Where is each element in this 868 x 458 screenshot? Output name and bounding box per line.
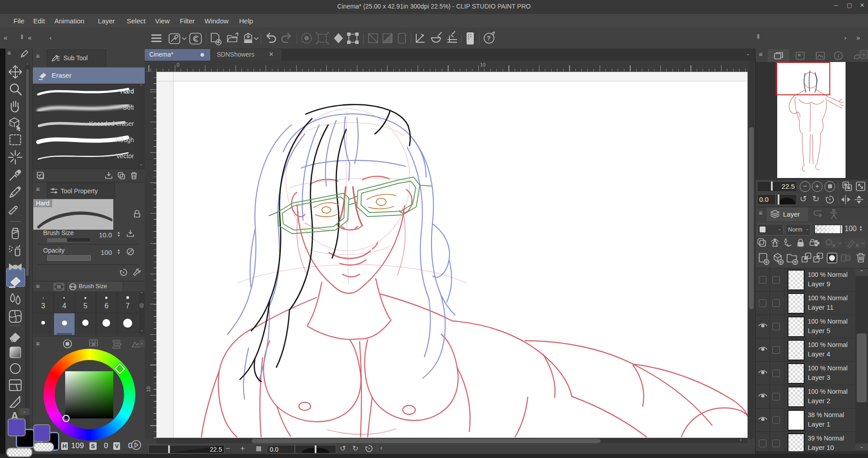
eye-icon[interactable] [758,322,768,330]
status-zoom-slider[interactable]: 22.5 [148,445,224,454]
layer-checkbox[interactable] [772,369,780,377]
brush-size-preset-icon[interactable] [126,229,135,238]
tool-strip-scrollbar[interactable] [25,63,30,449]
canvas-hscrollbar[interactable]: › [156,438,748,444]
settings-wrench-icon[interactable] [132,267,142,277]
color-mixer-icon[interactable] [130,439,142,451]
layer-row-2[interactable]: 100 % Normal Layer 2 [756,385,855,409]
brush-size-panel-menu-icon[interactable]: ≡ [36,283,40,290]
hand-tool-icon[interactable] [11,101,18,112]
minimize-button[interactable]: – [831,1,841,9]
animation-cels-tab-icon[interactable] [53,282,65,291]
layer-palette-option[interactable]: ⌄ [757,224,783,236]
collapse-panel-icon[interactable]: « [28,34,31,41]
eye-icon[interactable] [758,345,768,353]
tablet-mode-icon[interactable] [467,32,474,44]
navigator-zoom-box[interactable]: 22.5 [757,181,797,192]
close-button[interactable]: ✕ [857,2,868,9]
tool-strip-more-icon[interactable]: ⌄ [19,408,30,415]
layer-name[interactable]: Layer 3 [808,374,830,381]
color-set-tab-icon[interactable] [88,338,99,349]
status-rotation-slider[interactable] [295,445,336,454]
canvas-tab-sdnshowers[interactable]: SDNShowers ✕ [211,49,281,61]
navigator-menu-icon[interactable]: ≡ [759,51,762,58]
eye-icon[interactable] [758,369,768,377]
main-color-swatch[interactable] [8,418,26,436]
navigator-preview-area[interactable] [756,62,868,180]
layer-name[interactable]: Layer 10 [808,444,834,451]
brush-size-cell-7[interactable]: 7 [117,291,138,313]
layer-checkbox[interactable] [772,299,780,307]
layer-opacity-value[interactable]: 100 [845,225,857,233]
brush-size-cell-14[interactable] [96,313,117,335]
brush-size-cell-3[interactable]: 3 [33,291,53,313]
color-panel-main-swatch[interactable] [33,424,50,442]
s-value[interactable]: 0 [104,441,108,450]
delete-subtool-icon[interactable] [129,171,139,181]
brush-size-cell-5[interactable]: 5 [75,291,96,313]
open-file-icon[interactable] [227,33,238,42]
brush-grid-scrollbar[interactable]: ⌃ ⌄ [138,291,145,335]
pencil-tool-icon[interactable] [9,206,17,214]
layer-row-11[interactable]: 100 % Normal Layer 11 [756,292,855,315]
rotate-ccw-icon[interactable]: ↺ [340,444,346,453]
tool-strip-menu-icon[interactable]: ≡ [7,49,11,57]
opacity-value[interactable]: 100 [101,249,112,256]
new-vector-layer-icon[interactable] [774,253,783,265]
draft-layer-icon[interactable] [785,239,791,246]
eyedropper-tool-icon[interactable] [169,34,180,44]
layer-row-5[interactable]: 100 % Normal Layer 5 [756,315,855,338]
layer-name[interactable]: Layer 2 [808,397,830,405]
dock-handle-right-icon[interactable]: ⦀ [757,33,760,40]
menu-item-window[interactable]: Window [205,17,228,25]
layer-thumbnail[interactable] [788,410,805,431]
back-arrow-icon[interactable]: ‹ [49,34,52,41]
layer-checkbox[interactable] [772,323,780,330]
layer-checkbox[interactable] [772,346,780,354]
clip-studio-icon[interactable] [190,33,201,44]
undo-icon[interactable] [267,33,276,42]
layer-thumbnail[interactable] [788,387,805,407]
sv-marker[interactable] [62,415,70,422]
navigator-rotation-slider[interactable] [776,194,797,205]
new-folder-icon[interactable] [787,254,798,265]
nav-rotate-ccw-icon[interactable]: ↺ [800,194,807,204]
delete-layer-icon[interactable] [857,253,865,262]
tool-property-menu-icon[interactable]: ≡ [36,186,40,193]
snap-special-ruler-icon[interactable] [432,32,441,42]
layer-list-scrollbar[interactable]: ⌃ ⌄ [855,268,868,451]
color-wheel-tab-icon[interactable] [62,338,73,349]
layer-row-4[interactable]: 100 % Normal Layer 4 [756,338,855,362]
layer-checkbox[interactable] [772,276,780,284]
menu-item-animation[interactable]: Animation [54,17,85,25]
transparent-color-swatch[interactable] [6,448,32,457]
apply-mask-icon[interactable] [840,253,851,263]
canvas-artwork[interactable] [156,72,748,438]
brush-size-cell-12[interactable] [75,313,96,335]
layer-name[interactable]: Layer 11 [808,303,833,311]
tab-list-dropdown-icon[interactable]: ⌄ [746,51,750,56]
layer-name[interactable]: Layer 9 [808,280,830,288]
brush-size-cell-8[interactable] [33,313,53,335]
nav-zoom-reset-button[interactable] [824,181,835,192]
subtool-group-eraser[interactable]: Eraser [33,67,145,84]
help-icon[interactable]: ? [484,32,494,43]
dissolve-selection-icon[interactable] [302,33,312,43]
snap-ruler-icon[interactable] [416,34,424,42]
opacity-slider[interactable] [47,255,90,260]
subtool-item-rough[interactable]: Rough [33,132,138,149]
blend-tool-icon[interactable] [11,293,20,304]
menu-item-file[interactable]: File [13,17,24,25]
marquee-tool-icon[interactable] [10,135,21,145]
layer-thumbnail[interactable] [788,293,805,314]
import-subtool-icon[interactable] [104,171,114,181]
brush-grid-scroll-up-icon[interactable]: ⌃ [138,292,145,296]
layer-panel-menu-icon[interactable]: ≡ [759,209,762,217]
brush-size-slider[interactable] [47,238,90,242]
select-layer-button[interactable] [823,238,841,249]
new-file-icon[interactable] [211,33,221,45]
menu-item-layer[interactable]: Layer [98,17,115,25]
layer-checkbox[interactable] [772,416,780,424]
lock-transparent-icon[interactable] [810,240,819,246]
restore-defaults-icon[interactable] [119,267,129,277]
